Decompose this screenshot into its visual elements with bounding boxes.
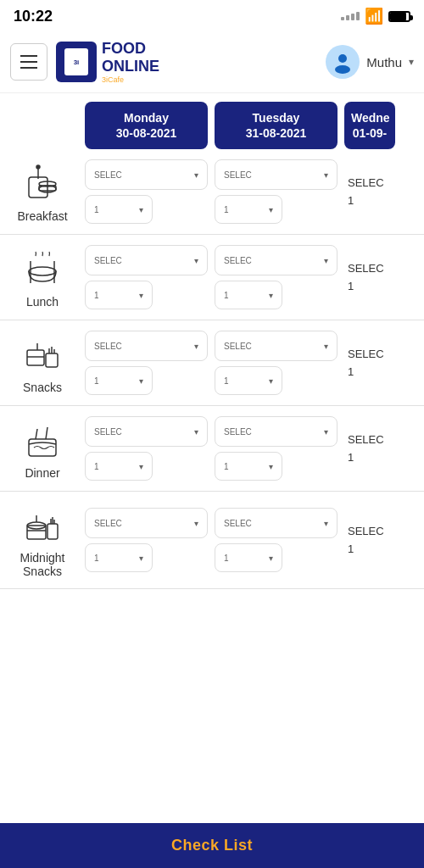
svg-rect-11: [27, 350, 44, 365]
snacks-select-tuesday[interactable]: SELEC▾: [215, 331, 338, 361]
snacks-select-monday[interactable]: SELEC▾: [85, 331, 208, 361]
svg-point-1: [335, 65, 350, 74]
food-label-lunch: Lunch: [0, 245, 85, 309]
lunch-cell-monday: SELEC▾ 1▾: [85, 245, 208, 309]
breakfast-qty-monday[interactable]: 1▾: [85, 195, 153, 224]
row-snacks: Snacks SELEC▾ 1▾ SELEC▾ 1▾: [0, 320, 424, 406]
midnight-cells: SELEC▾ 1▾ SELEC▾ 1▾ SELEC 1: [85, 502, 395, 578]
svg-rect-2: [29, 177, 47, 198]
col-header-monday: Monday 30-08-2021: [85, 102, 208, 149]
breakfast-select-monday[interactable]: SELEC▾: [85, 159, 208, 190]
row-breakfast: Breakfast SELEC▾ 1▾ SELEC▾ 1▾: [0, 149, 424, 235]
signal-icon: [341, 12, 360, 20]
food-label-midnight: Midnight Snacks: [0, 502, 85, 578]
username: Muthu: [366, 55, 402, 70]
user-area: Muthu ▾: [326, 45, 414, 79]
breakfast-cell-wednesday: SELEC 1: [344, 176, 395, 207]
food-table: Monday 30-08-2021 Tuesday 31-08-2021 Wed…: [0, 102, 424, 589]
snacks-cell-monday: SELEC▾ 1▾: [85, 331, 208, 395]
food-name-lunch: Lunch: [26, 295, 59, 309]
lunch-select-tuesday[interactable]: SELEC▾: [215, 245, 338, 275]
battery-icon: [388, 11, 410, 22]
lunch-cells: SELEC▾ 1▾ SELEC▾ 1▾ SELEC 1: [85, 245, 395, 309]
svg-point-0: [338, 54, 347, 63]
dinner-cell-monday: SELEC▾ 1▾: [85, 416, 208, 481]
logo-area: 3i FOOD ONLINE 3iCafe: [56, 41, 326, 84]
lunch-select-monday[interactable]: SELEC▾: [85, 245, 208, 275]
bottom-bar[interactable]: Check List: [0, 823, 424, 868]
food-label-dinner: Dinner: [0, 416, 85, 481]
food-name-breakfast: Breakfast: [17, 209, 67, 223]
avatar: [326, 45, 360, 79]
breakfast-select-tuesday[interactable]: SELEC▾: [215, 159, 338, 190]
col-header-tuesday: Tuesday 31-08-2021: [215, 102, 338, 149]
food-name-midnight: Midnight Snacks: [20, 551, 65, 578]
svg-point-8: [29, 267, 56, 275]
col-header-wednesday: Wedne 01-09-: [344, 102, 395, 149]
row-lunch: Lunch SELEC▾ 1▾ SELEC▾ 1▾: [0, 235, 424, 320]
breakfast-cells: SELEC▾ 1▾ SELEC▾ 1▾ SELEC 1: [85, 159, 395, 224]
breakfast-qty-tuesday[interactable]: 1▾: [215, 195, 282, 224]
check-list-button[interactable]: Check List: [171, 837, 253, 854]
midnight-select-monday[interactable]: SELEC▾: [85, 508, 208, 538]
snacks-cell-wednesday: SELEC 1: [344, 348, 395, 378]
svg-rect-24: [47, 524, 58, 539]
status-bar: 10:22 📶: [0, 0, 424, 32]
breakfast-cell-monday: SELEC▾ 1▾: [85, 159, 208, 224]
midnight-qty-monday[interactable]: 1▾: [85, 543, 153, 572]
midnight-qty-tuesday[interactable]: 1▾: [215, 543, 282, 572]
food-label-breakfast: Breakfast: [0, 159, 85, 224]
snacks-cell-tuesday: SELEC▾ 1▾: [215, 331, 338, 395]
dinner-qty-tuesday[interactable]: 1▾: [215, 452, 282, 481]
snacks-qty-tuesday[interactable]: 1▾: [215, 366, 282, 395]
midnight-cell-monday: SELEC▾ 1▾: [85, 508, 208, 572]
svg-line-20: [46, 427, 47, 439]
svg-rect-18: [29, 439, 56, 456]
midnight-cell-tuesday: SELEC▾ 1▾: [215, 508, 338, 572]
logo-icon: 3i: [56, 42, 97, 82]
dinner-qty-monday[interactable]: 1▾: [85, 452, 153, 481]
dinner-cell-tuesday: SELEC▾ 1▾: [215, 416, 338, 481]
lunch-qty-monday[interactable]: 1▾: [85, 281, 153, 309]
wifi-icon: 📶: [365, 7, 383, 25]
lunch-cell-wednesday: SELEC 1: [344, 262, 395, 292]
dinner-select-tuesday[interactable]: SELEC▾: [215, 416, 338, 447]
dinner-cell-wednesday: SELEC 1: [344, 433, 395, 464]
breakfast-cell-tuesday: SELEC▾ 1▾: [215, 159, 338, 224]
lunch-qty-tuesday[interactable]: 1▾: [215, 281, 282, 309]
midnight-select-tuesday[interactable]: SELEC▾: [215, 508, 338, 538]
row-dinner: Dinner SELEC▾ 1▾ SELEC▾ 1▾: [0, 406, 424, 492]
column-headers: Monday 30-08-2021 Tuesday 31-08-2021 Wed…: [85, 102, 424, 149]
dinner-select-monday[interactable]: SELEC▾: [85, 416, 208, 447]
midnight-cell-wednesday: SELEC 1: [344, 525, 395, 555]
svg-line-19: [36, 429, 37, 439]
user-dropdown-arrow[interactable]: ▾: [409, 56, 414, 68]
status-icons: 📶: [341, 7, 410, 25]
row-midnight-snacks: Midnight Snacks SELEC▾ 1▾ SELEC▾ 1: [0, 492, 424, 589]
svg-rect-13: [46, 353, 58, 367]
food-name-snacks: Snacks: [23, 381, 62, 394]
lunch-cell-tuesday: SELEC▾ 1▾: [215, 245, 338, 309]
snacks-cells: SELEC▾ 1▾ SELEC▾ 1▾ SELEC 1: [85, 331, 395, 395]
food-name-dinner: Dinner: [25, 466, 59, 480]
dinner-cells: SELEC▾ 1▾ SELEC▾ 1▾ SELEC 1: [85, 416, 395, 481]
food-label-snacks: Snacks: [0, 331, 85, 395]
menu-button[interactable]: [10, 43, 47, 81]
header: 3i FOOD ONLINE 3iCafe Muthu ▾: [0, 32, 424, 93]
food-table-container: Monday 30-08-2021 Tuesday 31-08-2021 Wed…: [0, 93, 424, 648]
svg-point-4: [36, 165, 40, 169]
status-time: 10:22: [14, 8, 53, 25]
snacks-qty-monday[interactable]: 1▾: [85, 366, 153, 395]
logo-text: FOOD ONLINE 3iCafe: [102, 41, 159, 84]
